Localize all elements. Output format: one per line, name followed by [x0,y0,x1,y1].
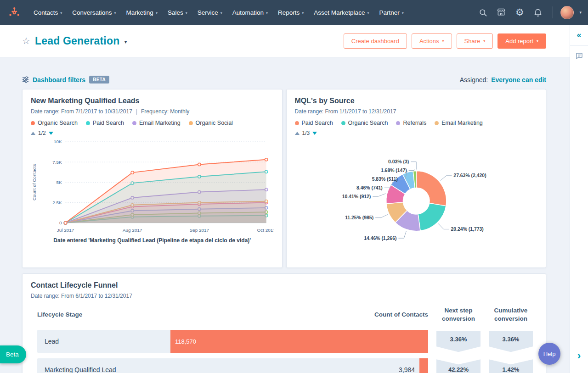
cumulative-conversion-badge: 1.42% [489,359,533,373]
legend-dot [189,121,193,125]
account-chevron-down-icon[interactable]: ▾ [579,10,582,15]
nav-item-conversations[interactable]: Conversations▾ [67,0,121,25]
filters-row: Dashboard filters BETA Assigned: Everyon… [22,76,546,84]
account-avatar[interactable] [560,6,574,19]
conversion-cell: 3.36% [436,331,481,352]
legend-prev-icon[interactable] [31,132,35,135]
funnel-bar-zone: 3,984 [170,358,428,373]
legend-item[interactable]: Organic Search [31,120,78,126]
donut-chart[interactable]: 27.63% (2,420)20.24% (1,773)0.03% (3)1.6… [295,137,538,261]
nav-item-reports[interactable]: Reports▾ [273,0,309,25]
hubspot-dashboard: Contacts▾Conversations▾Marketing▾Sales▾S… [0,0,588,373]
nav-item-asset-marketplace[interactable]: Asset Marketplace▾ [309,0,374,25]
legend-next-icon[interactable] [49,132,53,135]
beta-badge: BETA [89,76,109,84]
create-dashboard-button[interactable]: Create dashboard [344,33,407,49]
share-button[interactable]: Share▾ [457,33,493,49]
help-button[interactable]: Help [538,343,560,365]
column-header-next-step-conversion: Next step conversion [436,306,481,323]
nav-utilities: ⚙ ▾ [475,5,582,20]
assigned-permissions-link[interactable]: Everyone can edit [491,76,546,84]
legend-next-icon[interactable] [312,132,317,135]
favorite-star-icon[interactable]: ☆ [22,35,30,46]
legend-dot [295,121,299,125]
date-range-text: Date range: From 6/1/2017 to 12/31/2017 [31,293,132,299]
svg-text:Oct 2017: Oct 2017 [257,228,273,233]
funnel-bar[interactable] [419,358,428,373]
collapse-panel-icon[interactable]: « [570,25,588,46]
date-separator: | [136,108,137,115]
svg-text:0.03% (3): 0.03% (3) [388,159,409,164]
column-header-cumulative-conversion: Cumulative conversion [489,306,533,323]
legend-item[interactable]: Email Marketing [132,120,181,126]
area-line-chart[interactable]: 02.5K5K7.5K10KJul 2017Aug 2017Sep 2017Oc… [31,137,274,236]
nav-divider [553,6,553,18]
svg-text:10K: 10K [54,139,62,144]
nav-item-sales[interactable]: Sales▾ [163,0,192,25]
next-step-conversion-badge: 42.22% [436,359,481,373]
svg-text:Count of Contacts: Count of Contacts [32,164,37,200]
settings-gear-icon[interactable]: ⚙ [512,5,527,20]
chevron-down-icon: ▾ [483,39,485,43]
report-card-contact-lifecycle-funnel: Contact Lifecycle Funnel Date range: Fro… [22,273,546,373]
svg-text:Jul 2017: Jul 2017 [57,228,74,233]
conversion-cell: 42.22% [436,359,481,373]
legend-pager: 1/3 [295,130,538,136]
chevron-down-icon: ▾ [186,11,187,15]
nav-item-marketing[interactable]: Marketing▾ [121,0,163,25]
conversion-cell: 1.42% [489,359,533,373]
nav-item-label: Sales [168,9,183,16]
x-axis-title: Date entered 'Marketing Qualified Lead (… [51,237,253,244]
actions-button[interactable]: Actions▾ [412,33,452,49]
legend-item[interactable]: Paid Search [86,120,124,126]
legend-dot [86,121,90,125]
expand-panel-chevron-icon[interactable]: › [570,350,588,361]
frequency-text: Frequency: Monthly [141,108,189,115]
legend-label: Paid Search [302,120,333,126]
column-header-count-of-contacts: Count of Contacts [374,311,428,318]
nav-item-label: Service [198,9,218,16]
chevron-down-icon: ▾ [302,11,304,15]
marketplace-icon[interactable] [494,5,509,20]
svg-text:20.24% (1,773): 20.24% (1,773) [451,227,483,232]
svg-text:11.25% (985): 11.25% (985) [345,215,373,220]
funnel-bar[interactable]: 118,570 [170,330,428,353]
beta-floating-button[interactable]: Beta [0,345,26,363]
report-date-range: Date range: From 7/1/2017 to 10/31/2017|… [31,108,274,115]
nav-item-contacts[interactable]: Contacts▾ [28,0,67,25]
legend-label: Email Marketing [441,120,483,126]
nav-menu: Contacts▾Conversations▾Marketing▾Sales▾S… [28,0,475,25]
button-label: Share [464,38,481,45]
funnel-bar-zone: 118,570 [170,330,428,353]
dashboard-picker-chevron-icon[interactable]: ▾ [124,39,127,45]
button-label: Create dashboard [351,38,399,45]
notifications-bell-icon[interactable] [531,5,545,20]
nav-item-automation[interactable]: Automation▾ [227,0,273,25]
legend-item[interactable]: Organic Search [341,120,388,126]
legend-item[interactable]: Referrals [396,120,426,126]
conversion-cell: 3.36% [489,331,533,352]
nav-item-service[interactable]: Service▾ [192,0,227,25]
legend-page-indicator: 1/2 [38,130,46,136]
add-report-button[interactable]: Add report▾ [498,33,546,49]
hubspot-sprocket-logo[interactable] [7,6,21,19]
chevron-down-icon: ▾ [60,11,62,15]
legend-item[interactable]: Organic Social [189,120,233,126]
search-icon[interactable] [475,5,490,20]
comments-icon[interactable] [570,46,588,68]
nav-item-label: Partner [379,9,399,16]
dashboard-title-group: ☆ Lead Generation ▾ [22,35,127,47]
legend-dot [132,121,136,125]
header-actions: Create dashboardActions▾Share▾Add report… [344,33,546,49]
dashboard-filters-toggle[interactable]: Dashboard filters BETA [22,76,109,84]
report-date-range: Date range: From 6/1/2017 to 12/31/2017 [31,293,537,299]
legend-prev-icon[interactable] [295,132,300,135]
legend-item[interactable]: Email Marketing [435,120,483,126]
legend-dot [341,121,345,125]
nav-item-partner[interactable]: Partner▾ [374,0,408,25]
svg-text:Aug 2017: Aug 2017 [123,228,142,233]
report-card-mqls-by-source: MQL's by Source Date range: From 1/1/201… [286,89,547,268]
legend-item[interactable]: Paid Search [295,120,333,126]
svg-text:5K: 5K [56,180,62,185]
column-header-lifecycle-stage: Lifecycle Stage [37,311,82,318]
